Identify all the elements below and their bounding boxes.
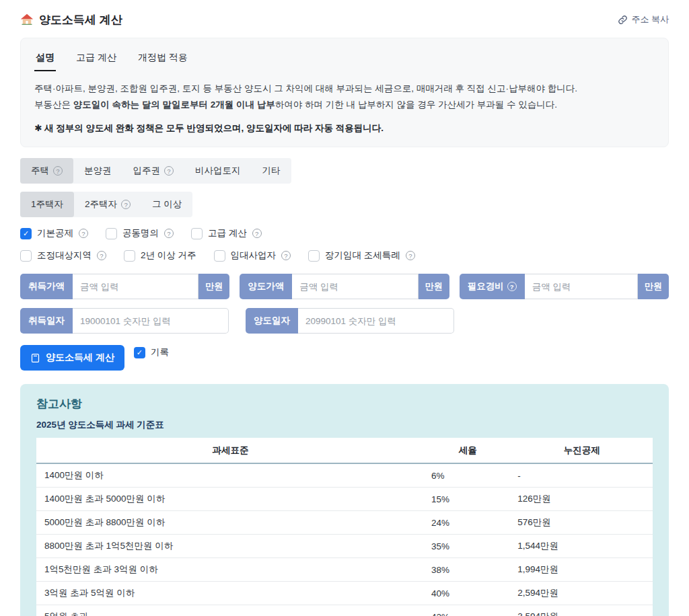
reference-subtitle: 2025년 양도소득세 과세 기준표 bbox=[36, 419, 653, 431]
checkbox-unchecked-icon[interactable] bbox=[214, 250, 225, 262]
expense-label: 필요경비 bbox=[468, 280, 504, 293]
reference-title: 참고사항 bbox=[36, 396, 653, 412]
description-line1: 주택·아파트, 분양권, 조합원 입주권, 토지 등 부동산 양도시 그 차익에… bbox=[34, 83, 577, 93]
checkbox-basic-deduction[interactable]: ✓ 기본공제 ? bbox=[20, 227, 88, 239]
segment-non-business-land-label: 비사업토지 bbox=[195, 165, 241, 177]
cell-rate: 40% bbox=[425, 582, 511, 605]
property-type-row: 주택 ? 분양권 입주권 ? 비사업토지 기타 bbox=[20, 158, 669, 184]
tab-advanced-calc[interactable]: 고급 계산 bbox=[75, 46, 118, 71]
segment-occupancy-right[interactable]: 입주권 ? bbox=[122, 158, 185, 184]
checkbox-unchecked-icon[interactable] bbox=[308, 250, 320, 262]
cell-deduction: 1,994만원 bbox=[511, 558, 653, 582]
cell-deduction: - bbox=[511, 463, 653, 488]
checkbox-record[interactable]: ✓ 기록 bbox=[134, 346, 169, 358]
segment-one-house-label: 1주택자 bbox=[31, 198, 63, 210]
calculate-button[interactable]: 양도소득세 계산 bbox=[20, 345, 124, 371]
cell-tax-base: 3억원 초과 5억원 이하 bbox=[36, 582, 425, 605]
transfer-price-unit: 만원 bbox=[419, 274, 449, 299]
segment-more-houses[interactable]: 그 이상 bbox=[141, 192, 192, 217]
checkbox-unchecked-icon[interactable] bbox=[124, 250, 135, 262]
property-type-segments: 주택 ? 분양권 입주권 ? 비사업토지 기타 bbox=[20, 158, 291, 184]
col-header-tax-base: 과세표준 bbox=[36, 438, 425, 463]
checkbox-basic-deduction-label: 기본공제 bbox=[37, 227, 73, 239]
help-icon[interactable]: ? bbox=[281, 251, 291, 260]
ownership-segments: 1주택자 2주택자 ? 그 이상 bbox=[20, 192, 192, 217]
checkbox-unchecked-icon[interactable] bbox=[106, 228, 117, 239]
checkbox-two-year-residence[interactable]: 2년 이상 거주 bbox=[124, 249, 196, 262]
acquisition-date-label: 취득일자 bbox=[20, 308, 73, 334]
segment-house-label: 주택 bbox=[31, 165, 49, 177]
checkbox-checked-icon[interactable]: ✓ bbox=[20, 228, 32, 239]
segment-etc-label: 기타 bbox=[262, 165, 281, 177]
house-icon bbox=[20, 13, 34, 26]
segment-presale-right[interactable]: 분양권 bbox=[73, 158, 122, 184]
segment-occupancy-right-label: 입주권 bbox=[133, 165, 161, 177]
expense-group: 필요경비 ? 만원 bbox=[460, 274, 669, 299]
checkbox-joint-ownership[interactable]: 공동명의 ? bbox=[106, 227, 174, 239]
money-input-row: 취득가액 만원 양도가액 만원 필요경비 ? 만원 bbox=[20, 274, 669, 299]
col-header-progressive-deduction: 누진공제 bbox=[511, 438, 653, 463]
checkbox-advanced-calc[interactable]: 고급 계산 ? bbox=[191, 227, 262, 239]
cell-tax-base: 8800만원 초과 1억5천만원 이하 bbox=[36, 535, 425, 558]
policy-note: ✱ 새 정부의 양도세 완화 정책은 모두 반영되었으며, 양도일자에 따라 자… bbox=[34, 122, 655, 134]
checkbox-long-term-rental-special[interactable]: 장기임대 조세특례 ? bbox=[308, 249, 415, 262]
checkbox-adjusted-area-label: 조정대상지역 bbox=[37, 249, 92, 262]
help-icon[interactable]: ? bbox=[164, 229, 174, 238]
checkbox-unchecked-icon[interactable] bbox=[191, 228, 203, 239]
ownership-row: 1주택자 2주택자 ? 그 이상 bbox=[20, 192, 669, 217]
acquisition-price-input[interactable] bbox=[73, 274, 198, 299]
table-row: 1억5천만원 초과 3억원 이하 38% 1,994만원 bbox=[36, 558, 653, 582]
cell-deduction: 1,544만원 bbox=[511, 535, 653, 558]
segment-house[interactable]: 주택 ? bbox=[20, 158, 73, 184]
transfer-date-label: 양도일자 bbox=[246, 308, 298, 334]
cell-deduction: 2,594만원 bbox=[511, 582, 653, 605]
acquisition-price-unit: 만원 bbox=[198, 274, 229, 299]
description-line2-pre: 부동산은 bbox=[34, 100, 73, 110]
acquisition-price-label: 취득가액 bbox=[20, 274, 73, 299]
table-row: 1400만원 이하 6% - bbox=[36, 463, 653, 488]
help-icon[interactable]: ? bbox=[97, 251, 106, 260]
help-icon[interactable]: ? bbox=[507, 282, 517, 291]
cell-rate: 42% bbox=[425, 605, 511, 616]
segment-non-business-land[interactable]: 비사업토지 bbox=[184, 158, 252, 184]
capital-gains-tax-calculator: 양도소득세 계산 주소 복사 설명 고급 계산 개정법 적용 주택·아파트, 분… bbox=[0, 0, 689, 616]
option-row-1: ✓ 기본공제 ? 공동명의 ? 고급 계산 ? bbox=[20, 227, 669, 239]
help-icon[interactable]: ? bbox=[164, 166, 174, 176]
description-line2-bold: 양도일이 속하는 달의 말일로부터 2개월 이내 납부 bbox=[73, 100, 275, 110]
table-row: 1400만원 초과 5000만원 이하 15% 126만원 bbox=[36, 488, 653, 511]
cell-tax-base: 5억원 초과 bbox=[36, 605, 425, 616]
transfer-price-group: 양도가액 만원 bbox=[240, 274, 449, 299]
checkbox-unchecked-icon[interactable] bbox=[20, 250, 32, 262]
cell-tax-base: 1억5천만원 초과 3억원 이하 bbox=[36, 558, 425, 582]
transfer-price-input[interactable] bbox=[292, 274, 418, 299]
checkbox-rental-business-label: 임대사업자 bbox=[231, 249, 277, 262]
checkbox-joint-ownership-label: 공동명의 bbox=[122, 227, 159, 239]
help-icon[interactable]: ? bbox=[406, 251, 415, 260]
help-icon[interactable]: ? bbox=[53, 166, 63, 176]
date-input-row: 취득일자 양도일자 bbox=[20, 308, 669, 334]
acquisition-date-input[interactable] bbox=[73, 308, 229, 334]
checkbox-advanced-calc-label: 고급 계산 bbox=[208, 227, 247, 239]
option-row-2: 조정대상지역 ? 2년 이상 거주 임대사업자 ? 장기임대 조세특례 ? bbox=[20, 249, 669, 262]
segment-etc[interactable]: 기타 bbox=[252, 158, 291, 184]
checkbox-rental-business[interactable]: 임대사업자 ? bbox=[214, 249, 291, 262]
page-header: 양도소득세 계산 주소 복사 bbox=[20, 9, 669, 30]
checkbox-checked-icon[interactable]: ✓ bbox=[134, 347, 145, 358]
help-icon[interactable]: ? bbox=[252, 229, 262, 238]
segment-one-house[interactable]: 1주택자 bbox=[20, 192, 74, 217]
help-icon[interactable]: ? bbox=[121, 200, 131, 209]
segment-two-houses[interactable]: 2주택자 ? bbox=[74, 192, 141, 217]
expense-input[interactable] bbox=[525, 274, 638, 299]
description-panel: 설명 고급 계산 개정법 적용 주택·아파트, 분양권, 조합원 입주권, 토지… bbox=[20, 38, 669, 147]
copy-address-label: 주소 복사 bbox=[631, 13, 669, 26]
table-row: 3억원 초과 5억원 이하 40% 2,594만원 bbox=[36, 582, 653, 605]
tab-explanation[interactable]: 설명 bbox=[34, 46, 56, 71]
transfer-date-input[interactable] bbox=[298, 308, 454, 334]
table-header-row: 과세표준 세율 누진공제 bbox=[36, 438, 653, 463]
tab-revised-law[interactable]: 개정법 적용 bbox=[137, 46, 189, 71]
checkbox-long-term-rental-special-label: 장기임대 조세특례 bbox=[325, 249, 400, 262]
checkbox-adjusted-area[interactable]: 조정대상지역 ? bbox=[20, 249, 106, 262]
copy-address-button[interactable]: 주소 복사 bbox=[618, 13, 669, 26]
help-icon[interactable]: ? bbox=[79, 229, 88, 238]
col-header-rate: 세율 bbox=[425, 438, 511, 463]
